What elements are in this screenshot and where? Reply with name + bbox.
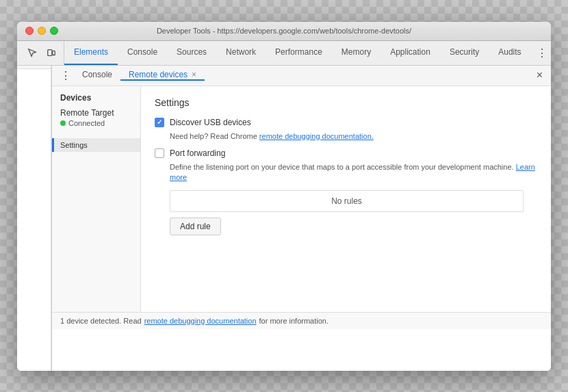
sidebar-item-remote-target[interactable]: Remote Target Connected: [52, 105, 140, 130]
discover-usb-desc: Need help? Read Chrome remote debugging …: [170, 131, 537, 142]
tab-security[interactable]: Security: [440, 41, 489, 65]
close-window-button[interactable]: [25, 27, 34, 35]
discover-usb-checkbox-row: Discover USB devices: [155, 118, 537, 127]
overlay-sidebar: Devices Remote Target Connected: [52, 86, 141, 312]
connected-indicator: [60, 120, 66, 126]
styles-tabs: [17, 66, 51, 69]
tab-console[interactable]: Console: [118, 41, 167, 65]
tab-audits[interactable]: Audits: [489, 41, 530, 65]
content-area: <!DOCTYPE html> <html lang= "en" class= …: [17, 66, 551, 371]
statusbar-debug-link[interactable]: remote debugging documentation: [144, 317, 257, 325]
svg-rect-1: [53, 51, 55, 55]
elements-panel-stub: [17, 66, 51, 371]
svg-rect-0: [48, 50, 52, 56]
port-forwarding-checkbox[interactable]: [155, 148, 164, 158]
add-rule-button[interactable]: Add rule: [170, 218, 221, 235]
tab-console-overlay[interactable]: Console: [74, 70, 120, 81]
devices-section: Devices Remote Target Connected: [52, 86, 140, 134]
overlay-main: Settings Discover USB devices Need help?…: [141, 86, 551, 312]
minimize-window-button[interactable]: [38, 27, 46, 35]
port-forwarding-setting: Port forwarding Define the listening por…: [155, 148, 537, 235]
port-forwarding-desc: Define the listening port on your device…: [170, 162, 537, 183]
overlay-tabs: Console Remote devices ×: [74, 70, 534, 81]
tab-elements[interactable]: Elements: [64, 41, 118, 65]
toolbar-icon-group: [20, 41, 64, 65]
more-tabs-button[interactable]: ⋮: [531, 41, 551, 65]
discover-usb-setting: Discover USB devices Need help? Read Chr…: [155, 118, 537, 142]
settings-section: Settings: [52, 134, 140, 156]
window-title: Developer Tools - https://developers.goo…: [157, 27, 411, 35]
remote-debugging-link-1[interactable]: remote debugging documentation.: [259, 132, 374, 140]
remote-devices-panel: ⋮ Console Remote devices × × De: [51, 66, 551, 371]
tab-memory[interactable]: Memory: [332, 41, 380, 65]
traffic-lights: [25, 27, 58, 35]
port-forwarding-checkbox-row: Port forwarding: [155, 148, 537, 158]
port-forwarding-label: Port forwarding: [170, 148, 225, 158]
tab-network[interactable]: Network: [216, 41, 266, 65]
tab-sources[interactable]: Sources: [167, 41, 216, 65]
overlay-statusbar: 1 device detected. Read remote debugging…: [52, 312, 551, 329]
overlay-title-bar: ⋮ Console Remote devices × ×: [52, 66, 551, 86]
overlay-body: Devices Remote Target Connected: [52, 86, 551, 312]
no-rules-box: No rules: [170, 190, 524, 212]
devices-section-label: Devices: [52, 90, 140, 105]
device-mode-icon[interactable]: [43, 44, 60, 61]
close-overlay-button[interactable]: ×: [534, 69, 545, 81]
tab-performance[interactable]: Performance: [266, 41, 332, 65]
settings-title: Settings: [155, 97, 537, 108]
devtools-tabs: Elements Console Sources Network Perform…: [64, 41, 531, 65]
panel-menu-button[interactable]: ⋮: [57, 69, 74, 82]
inspect-icon[interactable]: [24, 44, 40, 61]
tab-remote-devices[interactable]: Remote devices ×: [120, 70, 205, 81]
discover-usb-label: Discover USB devices: [170, 118, 251, 127]
title-bar: Developer Tools - https://developers.goo…: [17, 22, 551, 41]
close-remote-devices-tab[interactable]: ×: [192, 70, 196, 79]
tab-application[interactable]: Application: [380, 41, 440, 65]
discover-usb-checkbox[interactable]: [155, 118, 164, 127]
maximize-window-button[interactable]: [50, 27, 58, 35]
sidebar-item-settings[interactable]: Settings: [52, 138, 140, 152]
devtools-toolbar: Elements Console Sources Network Perform…: [17, 41, 551, 66]
